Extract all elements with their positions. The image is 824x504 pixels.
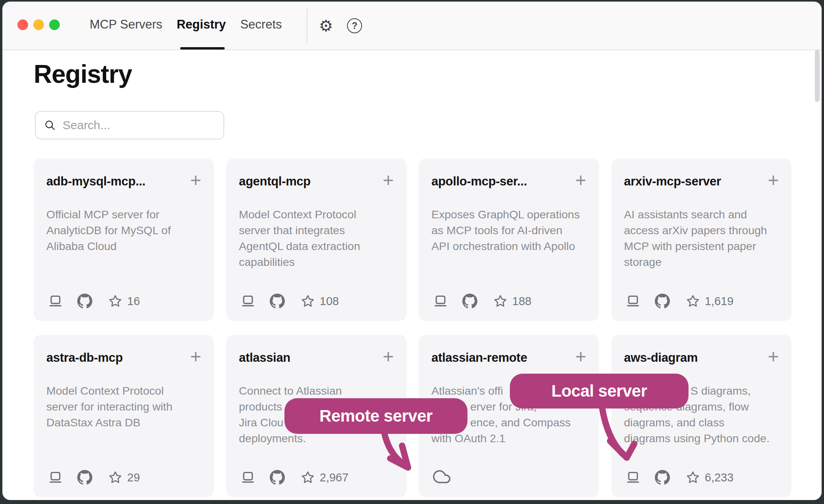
- server-description: Model Context Protocolserver that integr…: [239, 206, 394, 270]
- remote-server-callout: Remote server: [284, 398, 467, 434]
- add-server-button[interactable]: +: [575, 351, 586, 363]
- close-window-button[interactable]: [17, 19, 28, 30]
- star-count: 2,967: [320, 471, 349, 484]
- add-server-button[interactable]: +: [768, 174, 779, 186]
- server-name: atlassian: [239, 351, 290, 365]
- page-title: Registry: [34, 59, 132, 89]
- github-icon: [655, 470, 670, 485]
- cloud-icon: [431, 468, 452, 485]
- server-description: Official MCP server forAnalyticDB for My…: [46, 206, 201, 254]
- traffic-lights: [17, 19, 60, 30]
- star-icon: [493, 294, 507, 308]
- server-card-agentql-mcp[interactable]: agentql-mcp + Model Context Protocolserv…: [226, 158, 406, 321]
- github-icon: [270, 294, 285, 309]
- github-icon: [77, 470, 92, 485]
- card-footer: 2,967: [239, 470, 349, 485]
- tab-registry[interactable]: Registry: [177, 17, 226, 32]
- card-footer: 188: [431, 293, 531, 309]
- add-server-button[interactable]: +: [190, 174, 201, 186]
- help-icon[interactable]: ?: [345, 17, 364, 35]
- title-bar: MCP Servers Registry Secrets ⚙ ?: [2, 2, 822, 50]
- minimize-window-button[interactable]: [33, 19, 44, 30]
- add-server-button[interactable]: +: [383, 174, 394, 186]
- laptop-icon: [46, 470, 65, 485]
- search-icon: [44, 119, 56, 132]
- laptop-icon: [624, 293, 642, 309]
- server-name: apollo-mcp-ser...: [431, 174, 527, 189]
- zoom-window-button[interactable]: [49, 19, 60, 30]
- server-name: astra-db-mcp: [46, 351, 123, 365]
- server-name: arxiv-mcp-server: [624, 174, 721, 189]
- card-footer: 108: [239, 293, 339, 309]
- github-icon: [462, 294, 477, 309]
- laptop-icon: [239, 470, 257, 485]
- github-icon: [77, 294, 92, 309]
- settings-gear-icon[interactable]: ⚙: [317, 17, 335, 35]
- server-name: agentql-mcp: [239, 174, 311, 189]
- active-tab-underline: [180, 47, 225, 50]
- app-window: MCP Servers Registry Secrets ⚙ ? Registr…: [2, 2, 822, 500]
- card-footer: 6,233: [624, 470, 734, 485]
- star-icon: [686, 294, 700, 308]
- server-card-arxiv-mcp-server[interactable]: arxiv-mcp-server + AI assistants search …: [611, 158, 792, 321]
- server-name: adb-mysql-mcp...: [46, 174, 145, 189]
- star-count: 16: [127, 295, 140, 308]
- server-card-adb-mysql-mcp[interactable]: adb-mysql-mcp... + Official MCP server f…: [34, 158, 214, 321]
- server-name: atlassian-remote: [431, 351, 527, 365]
- server-description: Exposes GraphQL operationsas MCP tools f…: [431, 206, 586, 254]
- header-divider: [307, 9, 307, 43]
- add-server-button[interactable]: +: [768, 351, 779, 363]
- star-count: 6,233: [705, 471, 734, 484]
- star-icon: [686, 470, 700, 485]
- tab-mcp-servers[interactable]: MCP Servers: [90, 17, 162, 32]
- search-box: [35, 111, 224, 139]
- card-footer: [431, 468, 452, 485]
- card-footer: 29: [46, 470, 140, 485]
- server-card-apollo-mcp-server[interactable]: apollo-mcp-ser... + Exposes GraphQL oper…: [419, 158, 599, 321]
- search-input[interactable]: [63, 118, 216, 132]
- github-icon: [655, 294, 670, 309]
- tab-secrets[interactable]: Secrets: [240, 17, 282, 32]
- card-footer: 1,619: [624, 293, 734, 309]
- server-card-astra-db-mcp[interactable]: astra-db-mcp + Model Context Protocolser…: [34, 335, 214, 497]
- star-icon: [108, 294, 122, 308]
- laptop-icon: [431, 293, 450, 309]
- star-icon: [301, 294, 315, 308]
- server-name: aws-diagram: [624, 351, 698, 365]
- star-count: 1,619: [705, 295, 734, 308]
- scrollbar-thumb[interactable]: [815, 50, 820, 102]
- server-card-aws-diagram[interactable]: aws-diagram + S diagrams, sequence diagr…: [611, 335, 792, 497]
- laptop-icon: [46, 293, 65, 309]
- star-count: 29: [127, 471, 140, 484]
- star-icon: [108, 470, 122, 485]
- laptop-icon: [239, 293, 257, 309]
- server-card-grid: adb-mysql-mcp... + Official MCP server f…: [34, 158, 792, 497]
- local-server-callout: Local server: [510, 374, 689, 409]
- star-icon: [301, 470, 315, 485]
- star-count: 108: [320, 295, 339, 308]
- github-icon: [270, 470, 285, 485]
- star-count: 188: [512, 295, 531, 308]
- add-server-button[interactable]: +: [190, 351, 201, 363]
- add-server-button[interactable]: +: [383, 351, 394, 363]
- add-server-button[interactable]: +: [575, 174, 586, 186]
- server-description: AI assistants search andaccess arXiv pap…: [624, 206, 779, 270]
- server-description: Model Context Protocolserver for interac…: [46, 383, 201, 430]
- laptop-icon: [624, 470, 642, 485]
- card-footer: 16: [46, 293, 140, 309]
